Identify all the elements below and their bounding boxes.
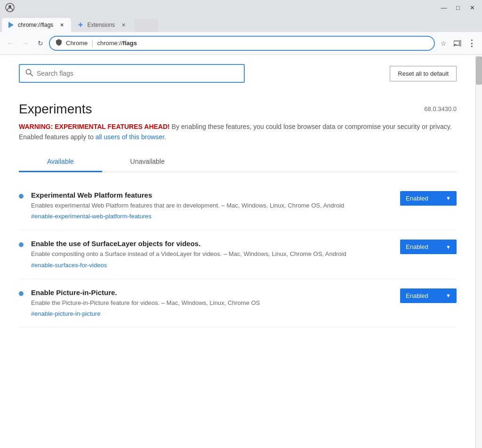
feature-status-1: Enabled — [406, 195, 428, 202]
minimize-button[interactable]: — — [438, 1, 450, 14]
tab-extensions[interactable]: ✚ Extensions ✕ — [71, 18, 133, 32]
feature-info-3: Enable Picture-in-Picture. Enable the Pi… — [31, 288, 393, 318]
window-controls: — □ ✕ — [438, 1, 478, 14]
page-area: Reset all to default Experiments 68.0.34… — [0, 55, 475, 448]
feature-link-2[interactable]: #enable-surfaces-for-videos — [31, 262, 107, 269]
cast-button[interactable] — [451, 37, 464, 50]
feature-desc-3: Enable the Picture-in-Picture feature fo… — [31, 298, 393, 308]
search-box — [19, 64, 245, 83]
tab-available[interactable]: Available — [19, 152, 102, 172]
feature-desc-2: Enable compositing onto a Surface instea… — [31, 249, 393, 259]
warning-link[interactable]: all users of this browser — [96, 133, 164, 141]
feature-dot-3 — [19, 291, 24, 296]
feature-list: Experimental Web Platform features Enabl… — [19, 182, 457, 328]
feature-info-1: Experimental Web Platform features Enabl… — [31, 191, 393, 221]
svg-point-1 — [8, 5, 11, 8]
warning-end: . — [164, 133, 166, 141]
feature-control-3: Enabled ▼ — [400, 288, 457, 303]
svg-line-7 — [31, 74, 33, 76]
feature-dropdown-3[interactable]: Enabled ▼ — [400, 288, 457, 303]
profile-icon[interactable] — [4, 1, 16, 14]
feature-desc-1: Enables experimental Web Platform featur… — [31, 201, 393, 210]
feature-item-2: Enable the use of SurfaceLayer objects f… — [19, 230, 457, 279]
title-bar: — □ ✕ — [0, 0, 482, 15]
feature-link-1[interactable]: #enable-experimental-web-platform-featur… — [31, 213, 152, 220]
search-input[interactable] — [37, 70, 238, 77]
tab-unavailable[interactable]: Unavailable — [102, 152, 193, 172]
feature-info-2: Enable the use of SurfaceLayer objects f… — [31, 240, 393, 269]
feature-control-1: Enabled ▼ — [400, 191, 457, 206]
new-tab-area — [135, 19, 158, 32]
scrollbar[interactable] — [475, 55, 482, 448]
dropdown-arrow-3: ▼ — [446, 293, 451, 298]
content-tabs: Available Unavailable — [19, 152, 457, 172]
reload-button[interactable]: ↻ — [34, 37, 47, 50]
address-actions: ☆ ⋮ — [437, 37, 478, 50]
feature-status-2: Enabled — [406, 243, 428, 250]
scrollbar-thumb[interactable] — [476, 56, 482, 85]
main-content: Reset all to default Experiments 68.0.34… — [0, 55, 482, 448]
feature-dot-1 — [19, 194, 24, 199]
tab-flags-icon — [8, 21, 15, 29]
site-label: Chrome — [66, 40, 88, 47]
security-icon — [56, 39, 62, 48]
svg-rect-3 — [8, 22, 9, 28]
feature-dropdown-1[interactable]: Enabled ▼ — [400, 191, 457, 206]
reset-button[interactable]: Reset all to default — [390, 66, 457, 81]
close-button[interactable]: ✕ — [466, 1, 478, 14]
feature-name-1: Experimental Web Platform features — [31, 191, 393, 199]
feature-name-3: Enable Picture-in-Picture. — [31, 288, 393, 296]
tab-flags[interactable]: chrome://flags ✕ — [2, 18, 71, 32]
star-button[interactable]: ☆ — [437, 37, 450, 50]
menu-button[interactable]: ⋮ — [465, 37, 478, 50]
tab-extensions-close[interactable]: ✕ — [120, 21, 127, 29]
tab-bar: chrome://flags ✕ ✚ Extensions ✕ — [0, 15, 482, 32]
svg-rect-5 — [459, 40, 461, 47]
feature-name-2: Enable the use of SurfaceLayer objects f… — [31, 240, 393, 248]
feature-dot-2 — [19, 242, 24, 247]
feature-link-3[interactable]: #enable-picture-in-picture — [31, 310, 100, 317]
address-bar-row: ← → ↻ Chrome | chrome://flags ☆ ⋮ — [0, 32, 482, 55]
tab-extensions-icon: ✚ — [77, 21, 84, 29]
search-icon — [25, 69, 33, 78]
feature-item-1: Experimental Web Platform features Enabl… — [19, 182, 457, 231]
search-area: Reset all to default — [19, 55, 457, 88]
address-url: chrome://flags — [97, 40, 137, 47]
page-header: Experiments 68.0.3430.0 — [19, 88, 457, 121]
dropdown-arrow-1: ▼ — [446, 195, 451, 201]
dropdown-arrow-2: ▼ — [446, 244, 451, 250]
svg-marker-2 — [9, 22, 14, 28]
warning-text: WARNING: EXPERIMENTAL FEATURES AHEAD! By… — [19, 121, 457, 152]
warning-highlight: WARNING: EXPERIMENTAL FEATURES AHEAD! — [19, 123, 170, 130]
address-divider: | — [91, 39, 93, 48]
feature-control-2: Enabled ▼ — [400, 240, 457, 254]
version-badge: 68.0.3430.0 — [424, 102, 457, 112]
address-bar[interactable]: Chrome | chrome://flags — [49, 36, 435, 51]
feature-dropdown-2[interactable]: Enabled ▼ — [400, 240, 457, 254]
tab-extensions-label: Extensions — [87, 22, 115, 28]
maximize-button[interactable]: □ — [452, 1, 464, 14]
feature-item-3: Enable Picture-in-Picture. Enable the Pi… — [19, 279, 457, 328]
forward-button[interactable]: → — [19, 37, 32, 50]
page-title: Experiments — [19, 102, 92, 117]
tab-flags-close[interactable]: ✕ — [58, 21, 65, 29]
tab-flags-label: chrome://flags — [18, 22, 53, 28]
feature-status-3: Enabled — [406, 292, 428, 299]
back-button[interactable]: ← — [4, 37, 17, 50]
